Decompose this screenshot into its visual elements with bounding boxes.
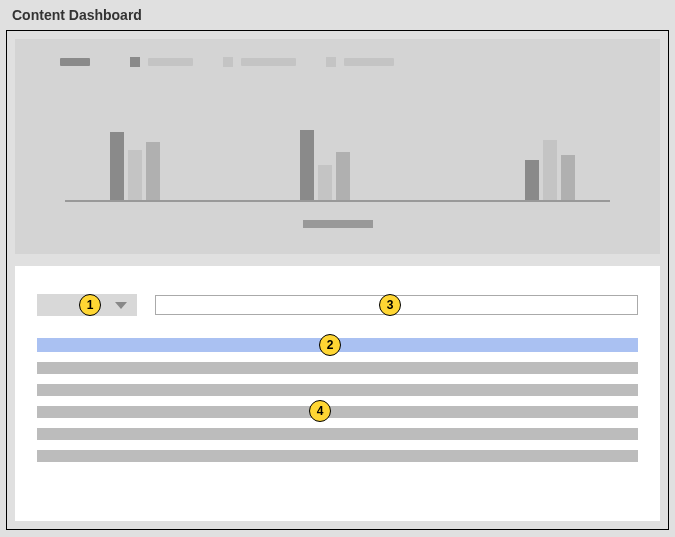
bar-group-2 [300, 130, 360, 200]
bar-g2-s3 [336, 152, 350, 200]
bar-group-3 [525, 140, 585, 200]
table-row[interactable] [37, 428, 638, 440]
callout-marker-4: 4 [309, 400, 331, 422]
chart-x-axis [65, 200, 610, 202]
bar-g3-s1 [525, 160, 539, 200]
bar-g3-s2 [543, 140, 557, 200]
legend-swatch-2 [223, 57, 233, 67]
table-row[interactable] [37, 362, 638, 374]
legend-label-1 [148, 58, 193, 66]
legend-prefix [60, 58, 90, 66]
window-title: Content Dashboard [0, 0, 675, 30]
chart-panel [15, 39, 660, 254]
legend-label-2 [241, 58, 296, 66]
chart-caption [303, 220, 373, 228]
callout-marker-1: 1 [79, 294, 101, 316]
bar-g2-s1 [300, 130, 314, 200]
table-row[interactable] [37, 450, 638, 462]
content-list-panel: 1 3 2 4 [15, 266, 660, 521]
table-row[interactable] [37, 406, 638, 418]
chevron-down-icon [115, 302, 127, 309]
legend-item-2 [223, 57, 296, 67]
legend-item-1 [130, 57, 193, 67]
chart-area [65, 92, 610, 202]
bar-g2-s2 [318, 165, 332, 200]
bar-g1-s2 [128, 150, 142, 200]
bar-g1-s3 [146, 142, 160, 200]
main-frame: 1 3 2 4 [6, 30, 669, 530]
table-row[interactable] [37, 384, 638, 396]
legend-swatch-3 [326, 57, 336, 67]
content-rows: 2 4 [37, 338, 638, 462]
bar-g3-s3 [561, 155, 575, 200]
controls-row: 1 3 [37, 294, 638, 316]
legend-label-3 [344, 58, 394, 66]
chart-legend [60, 57, 640, 67]
bar-g1-s1 [110, 132, 124, 200]
legend-item-3 [326, 57, 394, 67]
callout-marker-2: 2 [319, 334, 341, 356]
legend-swatch-1 [130, 57, 140, 67]
bar-group-1 [110, 132, 170, 200]
callout-marker-3: 3 [379, 294, 401, 316]
